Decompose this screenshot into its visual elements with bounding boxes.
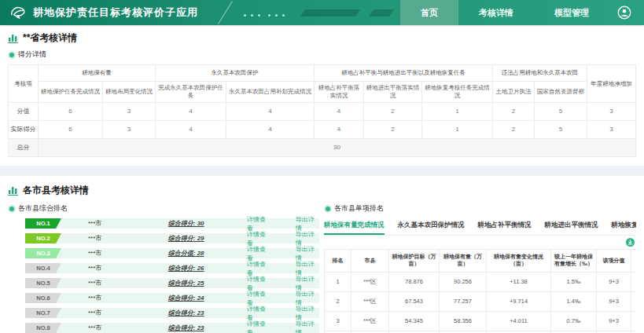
single-ranking-tab-0[interactable]: 耕地保有量完成情况 (324, 218, 385, 235)
score-row-label: 实际得分 (9, 121, 39, 139)
single-table-cell: 9+3 (597, 292, 631, 312)
single-col-header-2: 耕地保护目标（万亩） (389, 250, 440, 273)
score-detail-row: 得分详情 (8, 49, 636, 60)
single-table-cell: 78.876 (389, 273, 440, 292)
composite-score: 综合得分: 25 (168, 279, 247, 287)
composite-ranking-subtitle: 各市县综合排名 (18, 203, 68, 214)
nav-tab-2[interactable]: 模型管理 (534, 0, 609, 25)
single-col-header-0: 排名 (325, 250, 351, 273)
single-col-header-6: 该项分值 (597, 250, 631, 273)
single-ranking-tabs: 耕地保有量完成情况永久基本农田保护情况耕地占补平衡情况耕地进出平衡情况耕地恢复任… (324, 218, 636, 236)
single-ranking-panel: 各市县单项排名 耕地保有量完成情况永久基本农田保护情况耕地占补平衡情况耕地进出平… (324, 199, 636, 333)
bullet-icon (326, 207, 330, 211)
composite-ranking-list: NO.1***市综合得分: 30详情查看导出详情NO.2***市综合得分: 29… (8, 218, 324, 333)
composite-ranking-panel: 各市县综合排名 NO.1***市综合得分: 30详情查看导出详情NO.2***市… (8, 199, 324, 333)
composite-score: 综合得分: 23 (168, 309, 247, 317)
single-table-cell: 3 (325, 312, 351, 331)
single-ranking-subtitle: 各市县单项排名 (334, 203, 384, 214)
single-col-header-4: 耕地保有量变化情况（亩） (487, 250, 551, 273)
ranking-row: NO.5***市综合得分: 25详情查看导出详情 (25, 278, 319, 288)
ranking-row: NO.8***市综合得分: 23详情查看导出详情 (25, 323, 319, 333)
province-section-title: **省考核详情 (23, 31, 77, 45)
single-ranking-table: 排名市县耕地保护目标（万亩）耕地保有量（万亩）耕地保有量变化情况（亩）较上一年耕… (324, 249, 636, 333)
single-table-row: 2***区67.54377.257+9.7141.4‰9+3 (325, 292, 637, 312)
score-table-corner-label: 考核项 (9, 65, 39, 103)
single-table-cell: 9+3 (597, 312, 631, 331)
single-table-cell: 67.543 (389, 292, 440, 312)
bullet-icon (9, 53, 14, 57)
bullet-icon (9, 207, 14, 211)
score-cell: 2 (364, 121, 422, 139)
single-ranking-tab-3[interactable]: 耕地进出平衡情况 (545, 218, 598, 235)
score-row-label: 分值 (9, 103, 39, 121)
nav-tab-1[interactable]: 考核详情 (458, 0, 534, 25)
single-col-header-7: 该项得分 (631, 250, 637, 273)
city-name: ***市 (88, 309, 168, 317)
single-table-cell (631, 292, 637, 312)
rank-badge: NO.3 (25, 248, 61, 258)
single-table-cell: 9+3 (597, 273, 631, 292)
composite-score: 综合得分: 29 (168, 234, 247, 243)
rank-badge: NO.6 (25, 293, 61, 303)
single-table-cell: +11.38 (487, 273, 551, 292)
single-table-cell: ***区 (351, 312, 389, 331)
single-ranking-tab-1[interactable]: 永久基本农田保护情况 (398, 218, 465, 235)
nav-tab-0[interactable]: 首页 (400, 0, 458, 25)
score-cell: 4 (315, 121, 364, 139)
score-cell: 3 (103, 103, 156, 121)
rank-badge: NO.5 (25, 278, 61, 288)
score-subheader: 耕地布局变化情况 (103, 82, 156, 103)
score-header-row-1: 考核项耕地保有量永久基本农田保护耕地占补平衡与耕地进出平衡以及耕地恢复任务违法占… (9, 65, 636, 82)
single-table-cell: 1.4‰ (551, 292, 597, 312)
score-group-header-1: 永久基本农田保护 (156, 65, 315, 82)
brand: 耕地保护责任目标考核评价子应用 (0, 0, 198, 25)
single-table-cell: ***区 (351, 273, 389, 292)
decoration-slash (218, 1, 233, 24)
rank-badge: NO.2 (25, 233, 61, 243)
single-table-cell (631, 273, 637, 292)
single-table-cell: 1 (325, 273, 351, 292)
single-table-cell: 90.256 (440, 273, 487, 292)
city-name: ***市 (88, 249, 168, 258)
ranking-row: NO.4***市综合得分: 26详情查看导出详情 (25, 263, 319, 273)
composite-ranking-header: 各市县综合排名 (8, 203, 324, 214)
score-cell: 3 (587, 121, 636, 139)
score-cell: 3 (103, 121, 156, 139)
score-header-row-2: 耕地保护任务完成情况耕地布局变化情况完成永久基本农田保护任务永久基本农田占用补划… (9, 82, 636, 103)
single-table-row: 1***区78.87690.256+11.381.5‰9+3 (325, 273, 637, 292)
single-table-row: 3***区54.34558.356+4.0110.7‰9+3 (325, 312, 637, 331)
single-ranking-tab-4[interactable]: 耕地恢复任务完成情况 (612, 218, 637, 235)
single-table-cell: +4.011 (487, 312, 551, 331)
single-table-cell: 2 (325, 292, 351, 312)
detail-view-link[interactable]: 详情查看 (247, 320, 270, 333)
user-avatar-icon[interactable] (617, 5, 631, 20)
single-col-header-1: 市县 (351, 250, 389, 273)
score-subheader: 耕地进出平衡落实情况 (364, 82, 422, 103)
single-table-cell: +9.714 (487, 292, 551, 312)
score-cell: 5 (535, 121, 587, 139)
composite-score: 综合得分: 24 (168, 294, 247, 302)
app-title: 耕地保护责任目标考核评价子应用 (33, 5, 198, 20)
score-group-header-2: 耕地占补平衡与耕地进出平衡以及耕地恢复任务 (315, 65, 493, 82)
main-nav: 首页考核详情模型管理 (400, 0, 609, 25)
score-cell: 4 (315, 103, 364, 121)
decoration-bar (369, 9, 394, 16)
single-ranking-table-clip: 排名市县耕地保护目标（万亩）耕地保有量（万亩）耕地保有量变化情况（亩）较上一年耕… (324, 249, 636, 333)
score-value-row: 实际得分6344421253 (9, 121, 636, 139)
rank-badge: NO.8 (25, 323, 61, 333)
single-ranking-tab-2[interactable]: 耕地占补平衡情况 (478, 218, 532, 235)
export-detail-link[interactable]: 导出详情 (296, 320, 319, 333)
province-section-header: **省考核详情 (8, 31, 636, 45)
score-value-row: 分值6344421253 (9, 103, 636, 121)
app-logo-icon (9, 5, 27, 20)
composite-score: 综合分值: 28 (168, 249, 247, 258)
download-icon[interactable] (626, 238, 635, 247)
ranking-row: NO.6***市综合得分: 24详情查看导出详情 (25, 293, 319, 303)
score-cell: 1 (422, 103, 493, 121)
score-cell: 5 (535, 103, 587, 121)
single-col-header-5: 较上一年耕地保有量增长（‰） (551, 250, 597, 273)
ranking-row: NO.7***市综合得分: 23详情查看导出详情 (25, 308, 319, 318)
app-header: 耕地保护责任目标考核评价子应用 首页考核详情模型管理 (0, 0, 644, 25)
single-table-cell: 58.356 (440, 312, 487, 331)
composite-score: 综合得分: 30 (168, 219, 247, 228)
